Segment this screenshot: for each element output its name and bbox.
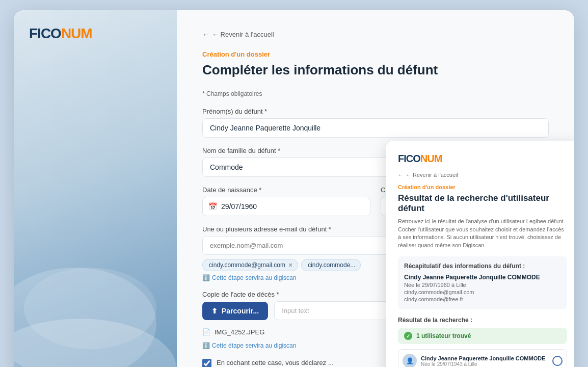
step-label: Création d'un dossier [202,50,549,58]
user-select-button[interactable] [552,356,563,366]
overlay-logo-fico: FICO [398,153,420,164]
email-tag-1-close[interactable]: × [288,261,292,269]
email-tag-1-text: cindy.commode@gmail.com [209,261,285,269]
file-icon: 📄 [202,328,210,336]
info-icon: ℹ️ [202,274,210,281]
file-name: IMG_4252.JPEG [215,328,264,336]
user-avatar-icon: 👤 [406,357,414,364]
email-tag-2: cindy.commode... [301,259,361,271]
summary-title: Récapitulatif des informations du défunt… [404,263,561,270]
page-title: Compléter les informations du défunt [202,62,549,78]
overlay-card: FICONUM ← ← Revenir à l'accueil Création… [386,141,574,367]
upload-icon: ⬆ [211,307,218,315]
email-tag-2-text: cindy.commode... [308,261,355,269]
user-info: Cindy Jeanne Paquerette Jonquille COMMOD… [421,355,548,367]
overlay-desc: Retrouvez ici le résultat de l'analyse d… [398,218,567,249]
overlay-logo: FICONUM [398,153,567,165]
dob-input[interactable] [202,197,370,216]
summary-dob: Née le 29/07/1960 à Lille [404,282,561,288]
logo-fico: FICO [29,25,61,41]
overlay-back-text: ← Revenir à l'accueil [406,172,458,178]
checkbox-1-label: En cochant cette case, vous déclarez ... [217,358,334,367]
back-link-text: ← Revenir à l'accueil [212,31,274,38]
result-user-row: 👤 Cindy Jeanne Paquerette Jonquille COMM… [398,349,567,367]
dob-input-wrapper: 📅 [202,197,370,216]
overlay-step-label: Création d'un dossier [398,184,567,190]
result-found-badge: ✓ 1 utilisateur trouvé [398,328,567,344]
checkbox-1[interactable] [202,359,211,367]
overlay-back-link[interactable]: ← ← Revenir à l'accueil [398,172,567,178]
result-found-text: 1 utilisateur trouvé [416,332,471,339]
overlay-logo-num: NUM [420,153,442,164]
summary-box: Récapitulatif des informations du défunt… [398,256,567,309]
required-note: * Champs obligatoires [202,90,549,97]
logo-num: NUM [61,25,92,41]
prenom-group: Prénom(s) du défunt * [202,108,549,138]
check-icon: ✓ [404,332,412,340]
summary-email2: cindy.commode@free.fr [404,296,561,302]
dob-group: Date de naissance * 📅 [202,186,370,216]
info-icon-file: ℹ️ [202,342,210,349]
user-detail: Née le 29/07/1943 à Lille [421,361,548,367]
sidebar: FICONUM [14,10,177,367]
upload-button-label: Parcourir... [222,307,259,315]
user-name: Cindy Jeanne Paquerette Jonquille COMMOD… [421,355,548,361]
result-section-title: Résultat de la recherche : [398,317,567,324]
upload-button[interactable]: ⬆ Parcourir... [202,302,268,320]
overlay-title: Résultat de la recherche d'utilisateur d… [398,193,567,214]
calendar-icon: 📅 [208,202,217,211]
prenom-label: Prénom(s) du défunt * [202,108,549,115]
overlay-back-arrow: ← [398,172,404,178]
back-arrow-icon: ← [202,31,209,38]
email-tag-1: cindy.commode@gmail.com × [202,259,298,271]
user-avatar: 👤 [403,354,417,367]
prenom-input[interactable] [202,118,549,138]
summary-email1: cindy.commode@gmail.com [404,289,561,295]
summary-name: Cindy Jeanne Paquerette Jonquille COMMOD… [404,274,561,281]
dob-label: Date de naissance * [202,186,370,194]
back-link[interactable]: ← ← Revenir à l'accueil [202,31,549,38]
app-logo: FICONUM [29,25,92,42]
